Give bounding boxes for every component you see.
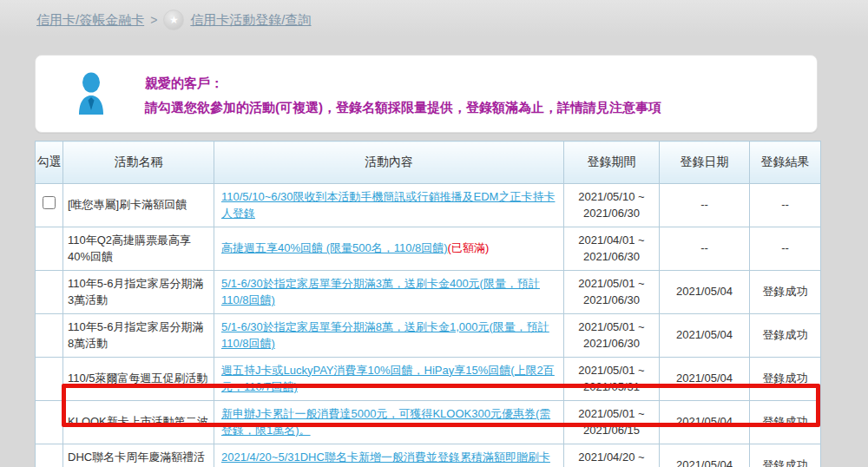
registration-period: 2021/04/01 ~2021/06/30 [564,227,660,271]
registration-date: 2021/05/04 [660,314,750,358]
registration-result: 登錄成功 [750,401,821,444]
activity-name: DHC聯名卡周年慶滿額禮活動 [63,444,214,467]
registration-period: 2021/05/01 ~2021/06/30 [564,271,660,314]
table-row: [唯您專屬]刷卡滿額回饋 110/5/10~6/30限收到本活動手機簡訊或行銷推… [36,184,821,227]
registration-date: 2021/05/04 [660,358,750,401]
row-checkbox[interactable] [43,196,56,209]
breadcrumb-link-current[interactable]: 信用卡活動登錄/查詢 [190,12,311,29]
activity-content-link[interactable]: 2021/4/20~5/31DHC聯名卡新增一般消費並登錄累積滿額即贈刷卡滿額禮 [221,451,550,467]
registration-period: 2021/05/10 ~2021/06/30 [564,184,660,227]
header-activity-name: 活動名稱 [63,141,214,184]
registration-result: -- [750,184,821,227]
header-check: 勾選 [36,141,63,184]
notice-greeting: 親愛的客戶： [145,71,661,95]
registration-period: 2021/04/20 ~2021/05/31 [564,444,660,467]
table-row: 110年5-6月指定家居分期滿8萬活動 5/1-6/30於指定家居單筆分期滿8萬… [36,314,821,358]
customer-icon [76,72,106,117]
notice-box: 親愛的客戶： 請勾選您欲參加的活動(可複選)，登錄名額採限量提供，登錄額滿為止，… [35,55,818,133]
activity-content-link[interactable]: 110/5/10~6/30限收到本活動手機簡訊或行銷推播及EDM之正卡持卡人登錄 [221,190,555,220]
breadcrumb: 信用卡/簽帳金融卡 > ★ 信用卡活動登錄/查詢 [36,10,312,30]
registration-date: -- [660,227,750,271]
registration-result: 登錄成功 [750,444,821,467]
header-registration-date: 登錄日期 [660,141,750,184]
registration-result: 登錄成功 [750,271,821,314]
activity-content-link[interactable]: 5/1-6/30於指定家居單筆分期滿3萬，送刷卡金400元(限量，預計110/8… [221,277,540,306]
activity-content-link[interactable]: 週五持J卡或LuckyPAY消費享10%回饋，HiPay享15%回饋(上限2百元… [221,364,555,393]
registration-period: 2021/05/01 ~2021/05/31 [564,358,660,401]
header-registration-period: 登錄期間 [564,141,660,184]
registration-result: -- [750,227,821,271]
activity-content-link[interactable]: 新申辦J卡累計一般消費達5000元，可獲得KLOOK300元優惠券(需登錄，限1… [221,407,550,437]
table-row: DHC聯名卡周年慶滿額禮活動 2021/4/20~5/31DHC聯名卡新增一般消… [36,444,821,467]
notice-message: 請勾選您欲參加的活動(可複選)，登錄名額採限量提供，登錄額滿為止，詳情請見注意事… [145,95,661,120]
star-icon: ★ [163,10,184,30]
table-row: 110年Q2高捷購票最高享40%回饋 高捷週五享40%回饋 (限量500名，11… [36,227,821,271]
registration-result: 登錄成功 [750,358,821,401]
table-row: 110/5萊爾富每週五促刷活動 週五持J卡或LuckyPAY消費享10%回饋，H… [36,358,821,401]
activity-name: [唯您專屬]刷卡滿額回饋 [63,184,214,227]
activity-content-link[interactable]: 高捷週五享40%回饋 (限量500名，110/8回饋) [221,241,448,254]
table-header-row: 勾選 活動名稱 活動內容 登錄期間 登錄日期 登錄結果 [36,141,821,184]
header-registration-result: 登錄結果 [750,141,821,184]
activity-table: 勾選 活動名稱 活動內容 登錄期間 登錄日期 登錄結果 [唯您專屬]刷卡滿額回饋… [35,141,821,467]
registration-result: 登錄成功 [750,314,821,358]
registration-date: 2021/05/04 [660,271,750,314]
breadcrumb-separator: > [150,13,157,27]
registration-period: 2021/05/01 ~2021/06/15 [564,401,660,444]
activity-content-note: (已額滿) [448,241,490,254]
activity-name: 110年Q2高捷購票最高享40%回饋 [63,227,214,271]
registration-date: 2021/05/04 [660,401,750,444]
breadcrumb-link-parent[interactable]: 信用卡/簽帳金融卡 [36,12,144,29]
table-row: 110年5-6月指定家居分期滿3萬活動 5/1-6/30於指定家居單筆分期滿3萬… [36,271,821,314]
table-row-highlighted: KLOOK新卡上市活動第二波 新申辦J卡累計一般消費達5000元，可獲得KLOO… [36,401,821,444]
notice-text: 親愛的客戶： 請勾選您欲參加的活動(可複選)，登錄名額採限量提供，登錄額滿為止，… [145,71,661,120]
activity-content-link[interactable]: 5/1-6/30於指定家居單筆分期滿8萬，送刷卡金1,000元(限量，預計110… [221,320,549,350]
registration-date: -- [660,184,750,227]
activity-name: 110年5-6月指定家居分期滿8萬活動 [63,314,214,358]
registration-period: 2021/05/01 ~2021/06/30 [564,314,660,358]
registration-date: 2021/05/04 [660,444,750,467]
activity-name: 110/5萊爾富每週五促刷活動 [63,358,214,401]
activity-name: KLOOK新卡上市活動第二波 [63,401,214,444]
activity-name: 110年5-6月指定家居分期滿3萬活動 [63,271,214,314]
header-activity-content: 活動內容 [214,141,564,184]
